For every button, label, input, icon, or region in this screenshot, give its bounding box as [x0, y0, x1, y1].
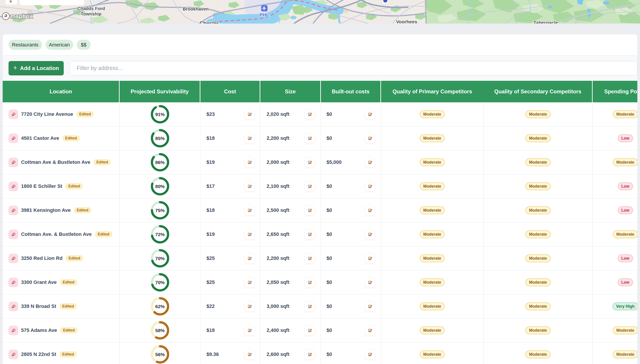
svg-text:PHL: PHL [260, 12, 269, 17]
svg-text:Tabernacle: Tabernacle [534, 20, 558, 24]
svg-text:86%: 86% [155, 160, 164, 165]
svg-text:56%: 56% [155, 352, 164, 357]
svg-text:80%: 80% [155, 184, 164, 189]
svg-text:Township: Township [81, 12, 102, 16]
svg-text:85%: 85% [155, 136, 164, 141]
svg-text:Brookhaven: Brookhaven [183, 6, 209, 12]
svg-text:62%: 62% [155, 304, 164, 309]
svg-text:Chadds Ford: Chadds Ford [77, 6, 105, 11]
svg-text:70%: 70% [155, 280, 164, 285]
svg-text:Chester: Chester [200, 20, 219, 24]
svg-text:91%: 91% [155, 112, 164, 117]
svg-text:70%: 70% [155, 256, 164, 261]
svg-text:75%: 75% [155, 208, 164, 213]
svg-text:mapbox: mapbox [10, 13, 33, 20]
svg-text:58%: 58% [155, 328, 164, 333]
svg-text:72%: 72% [155, 232, 164, 237]
svg-text:Voorhees: Voorhees [396, 19, 417, 24]
